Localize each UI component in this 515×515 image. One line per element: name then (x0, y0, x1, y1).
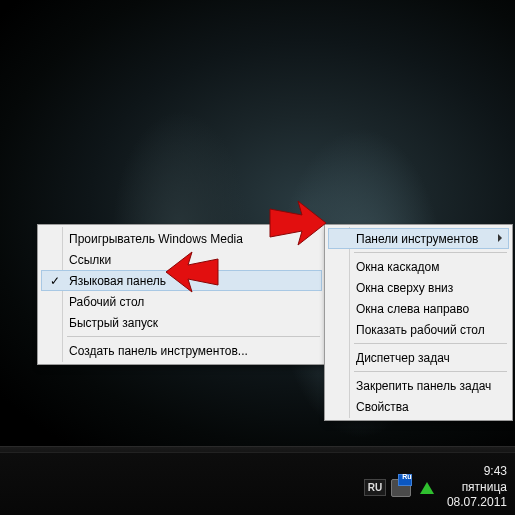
menu-item-task-manager[interactable]: Диспетчер задач (328, 347, 509, 368)
submenu-item-wmp[interactable]: Проигрыватель Windows Media (41, 228, 322, 249)
keyboard-layout-icon[interactable]: Ru (391, 478, 411, 498)
menu-item-label: Окна сверху вниз (356, 281, 453, 295)
menu-item-properties[interactable]: Свойства (328, 396, 509, 417)
taskbar-context-menu: Панели инструментов Окна каскадом Окна с… (324, 224, 513, 421)
system-clock[interactable]: 9:43 пятница 08.07.2011 (447, 464, 507, 511)
menu-item-label: Закрепить панель задач (356, 379, 491, 393)
checkmark-icon: ✓ (50, 274, 60, 288)
tray-status-icon[interactable] (417, 478, 437, 498)
menu-item-lock-taskbar[interactable]: Закрепить панель задач (328, 375, 509, 396)
menu-item-label: Панели инструментов (356, 232, 478, 246)
menu-item-stack-v[interactable]: Окна сверху вниз (328, 277, 509, 298)
menu-separator (354, 343, 507, 344)
submenu-item-label: Создать панель инструментов... (69, 344, 248, 358)
language-indicator-label: RU (364, 479, 386, 496)
submenu-item-label: Быстрый запуск (69, 316, 158, 330)
language-indicator[interactable]: RU (365, 478, 385, 498)
menu-item-label: Свойства (356, 400, 409, 414)
menu-item-label: Показать рабочий стол (356, 323, 485, 337)
keyboard-layout-badge: Ru (401, 472, 413, 482)
submenu-item-desktop[interactable]: Рабочий стол (41, 291, 322, 312)
submenu-item-label: Рабочий стол (69, 295, 144, 309)
menu-item-label: Окна слева направо (356, 302, 469, 316)
submenu-item-quicklaunch[interactable]: Быстрый запуск (41, 312, 322, 333)
menu-separator (354, 252, 507, 253)
system-tray: RU Ru 9:43 пятница 08.07.2011 (365, 464, 509, 511)
menu-item-stack-h[interactable]: Окна слева направо (328, 298, 509, 319)
submenu-item-label: Языковая панель (69, 274, 166, 288)
submenu-arrow-icon (498, 234, 502, 242)
clock-date: 08.07.2011 (447, 495, 507, 511)
menu-item-label: Диспетчер задач (356, 351, 450, 365)
submenu-item-label: Проигрыватель Windows Media (69, 232, 243, 246)
menu-item-show-desktop[interactable]: Показать рабочий стол (328, 319, 509, 340)
menu-separator (67, 336, 320, 337)
submenu-item-new-toolbar[interactable]: Создать панель инструментов... (41, 340, 322, 361)
clock-time: 9:43 (447, 464, 507, 480)
toolbars-submenu: Проигрыватель Windows Media Ссылки ✓ Язы… (37, 224, 326, 365)
submenu-item-label: Ссылки (69, 253, 111, 267)
submenu-item-language-bar[interactable]: ✓ Языковая панель (41, 270, 322, 291)
menu-item-toolbars[interactable]: Панели инструментов (328, 228, 509, 249)
menu-item-cascade[interactable]: Окна каскадом (328, 256, 509, 277)
submenu-item-links[interactable]: Ссылки (41, 249, 322, 270)
menu-separator (354, 371, 507, 372)
clock-day: пятница (462, 480, 507, 496)
menu-item-label: Окна каскадом (356, 260, 440, 274)
taskbar[interactable]: RU Ru 9:43 пятница 08.07.2011 (0, 452, 515, 515)
